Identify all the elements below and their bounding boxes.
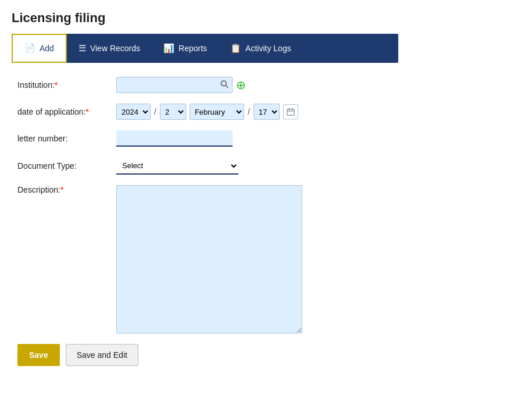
save-and-edit-button[interactable]: Save and Edit: [66, 344, 138, 366]
nav-view-records-label: View Records: [90, 44, 140, 53]
svg-rect-2: [287, 109, 294, 116]
date-inputs: 2022202320242025 / 123456789101112131415…: [116, 104, 298, 120]
day-select[interactable]: 1234567891011121314151617181920212223242…: [160, 104, 186, 120]
add-icon: 📄: [24, 43, 35, 54]
nav-item-add[interactable]: 📄 Add: [12, 34, 67, 63]
description-textarea[interactable]: [116, 185, 302, 333]
nav-item-activity-logs[interactable]: 📋 Activity Logs: [219, 34, 303, 63]
reports-icon: 📊: [163, 43, 174, 54]
nav-item-reports[interactable]: 📊 Reports: [152, 34, 219, 63]
day17-select[interactable]: 1234567891011121314151617181920212223242…: [253, 104, 280, 120]
month-select[interactable]: JanuaryFebruaryMarchAprilMayJuneJulyAugu…: [190, 104, 244, 120]
calendar-button[interactable]: [283, 104, 298, 119]
date-sep-2: /: [248, 107, 250, 116]
institution-add-button[interactable]: ⊕: [236, 79, 246, 91]
nav-item-view-records[interactable]: ☰ View Records: [67, 34, 152, 63]
doc-type-row: Document Type: Select: [17, 157, 520, 175]
nav-bar: 📄 Add ☰ View Records 📊 Reports 📋 Activit…: [12, 34, 398, 63]
nav-activity-logs-label: Activity Logs: [245, 44, 291, 53]
nav-reports-label: Reports: [178, 44, 207, 53]
institution-input[interactable]: [116, 77, 233, 93]
date-row: date of application:* 2022202320242025 /…: [17, 104, 520, 120]
institution-row: Institution:* ⊕: [17, 77, 520, 93]
institution-input-wrap: ⊕: [116, 77, 246, 93]
institution-search-button[interactable]: [220, 80, 228, 90]
doc-type-select[interactable]: Select: [116, 157, 238, 175]
page-title: Licensing filing: [12, 10, 520, 26]
description-row: Description:*: [17, 185, 520, 333]
letter-number-label: letter number:: [17, 134, 116, 143]
letter-number-input[interactable]: [116, 130, 233, 147]
doc-type-label: Document Type:: [17, 161, 116, 171]
letter-number-row: letter number:: [17, 130, 520, 147]
form-section: Institution:* ⊕ date of application:*: [12, 77, 520, 333]
footer-buttons: Save Save and Edit: [12, 344, 520, 366]
svg-line-1: [226, 86, 228, 88]
institution-label: Institution:*: [17, 80, 116, 90]
year-select[interactable]: 2022202320242025: [116, 104, 151, 120]
view-records-icon: ☰: [78, 43, 86, 54]
description-label: Description:*: [17, 185, 116, 194]
date-sep-1: /: [154, 107, 156, 116]
date-label: date of application:*: [17, 107, 116, 116]
activity-logs-icon: 📋: [230, 43, 241, 54]
nav-add-label: Add: [40, 44, 54, 53]
save-button[interactable]: Save: [17, 344, 60, 366]
